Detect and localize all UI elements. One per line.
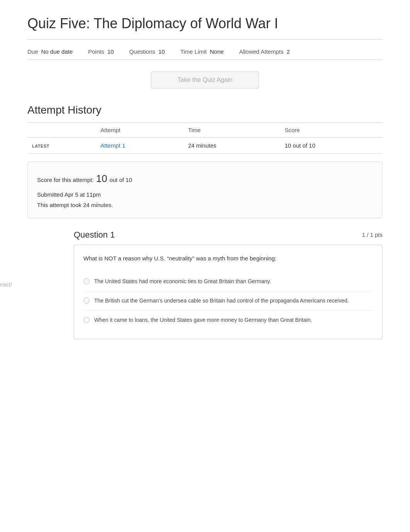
points-label: Points — [88, 48, 104, 55]
question-pts: 1 / 1 pts — [362, 231, 383, 238]
meta-divider — [27, 39, 383, 40]
allowed-attempts-label: Allowed Attempts — [239, 48, 283, 55]
allowed-attempts-value: 2 — [286, 48, 290, 55]
time-limit-label: Time Limit — [180, 48, 207, 55]
answer-text-2: The British cut the German’s undersea ca… — [94, 297, 349, 305]
attempt-duration: This attempt took 24 minutes. — [37, 200, 373, 210]
questions-label: Questions — [129, 48, 156, 55]
score-summary: Score for this attempt: 10 out of 10 Sub… — [27, 161, 383, 218]
meta-questions: Questions 10 — [129, 48, 165, 55]
question-text: What is NOT a reason why U.S. “neutralit… — [83, 254, 373, 263]
points-value: 10 — [107, 48, 114, 55]
correct-label: Correct! — [0, 282, 12, 288]
time-limit-value: None — [210, 48, 224, 55]
meta-allowed-attempts: Allowed Attempts 2 — [239, 48, 290, 55]
question-wrapper: Question 1 1 / 1 pts What is NOT a reaso… — [27, 230, 383, 340]
answer-option-2: The British cut the German’s undersea ca… — [83, 291, 373, 310]
questions-value: 10 — [158, 48, 165, 55]
radio-circle-1 — [83, 278, 90, 284]
col-badge — [27, 123, 96, 138]
score-for-label: Score for this attempt: — [37, 175, 94, 185]
score-out-of: out of 10 — [110, 175, 132, 185]
submitted-date: Submitted Apr 5 at 11pm — [37, 189, 373, 200]
question-number: Question 1 — [74, 230, 115, 240]
radio-circle-2 — [83, 297, 90, 304]
answer-text-1: The United States had more economic ties… — [94, 277, 271, 286]
question-box: What is NOT a reason why U.S. “neutralit… — [74, 245, 383, 340]
attempt-link[interactable]: Attempt 1 — [100, 142, 125, 149]
score-value: 10 — [96, 170, 107, 188]
col-time: Time — [183, 123, 280, 138]
latest-badge: LATEST — [32, 144, 49, 148]
meta-due: Due No due date — [27, 48, 73, 55]
col-attempt: Attempt — [96, 123, 183, 138]
quiz-meta: Due No due date Points 10 Questions 10 T… — [27, 44, 383, 60]
radio-circle-3 — [83, 317, 90, 323]
due-label: Due — [27, 48, 38, 55]
attempt-score: 10 out of 10 — [280, 138, 383, 154]
question-section: Question 1 1 / 1 pts What is NOT a reaso… — [74, 230, 383, 340]
attempt-time: 24 minutes — [183, 138, 280, 154]
attempt-history-title: Attempt History — [27, 104, 383, 116]
attempt-history-table: Attempt Time Score LATEST Attempt 1 24 m… — [27, 122, 383, 154]
table-row: LATEST Attempt 1 24 minutes 10 out of 10 — [27, 138, 383, 154]
answer-option-3: When it came to loans, the United States… — [83, 310, 373, 330]
due-value: No due date — [41, 48, 73, 55]
answer-text-3: When it came to loans, the United States… — [94, 316, 312, 324]
answer-option-1: The United States had more economic ties… — [83, 272, 373, 291]
take-quiz-button[interactable]: Take the Quiz Again — [151, 71, 259, 88]
meta-time-limit: Time Limit None — [180, 48, 224, 55]
meta-points: Points 10 — [88, 48, 114, 55]
quiz-title: Quiz Five: The Diplomacy of World War I — [27, 15, 383, 32]
question-header: Question 1 1 / 1 pts — [74, 230, 383, 240]
col-score: Score — [280, 123, 383, 138]
